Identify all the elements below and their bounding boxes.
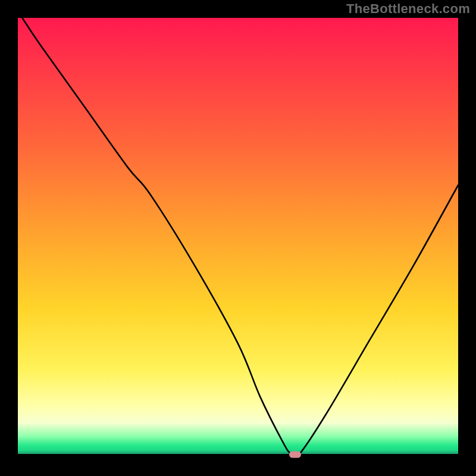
plot-area xyxy=(18,18,458,458)
attribution-text: TheBottleneck.com xyxy=(346,1,470,17)
chart-frame: TheBottleneck.com xyxy=(0,0,476,476)
bottleneck-curve xyxy=(18,18,458,458)
optimal-marker xyxy=(289,452,301,458)
